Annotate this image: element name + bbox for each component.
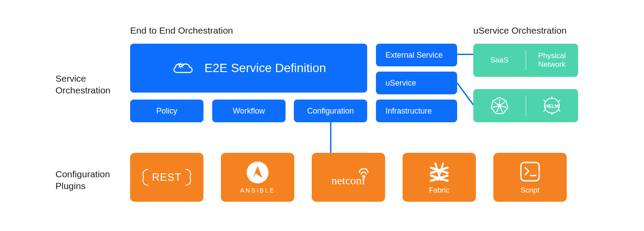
physical-network-label: Physical Network	[538, 52, 566, 69]
svg-text:REST: REST	[152, 171, 182, 183]
physical-network-cell: Physical Network	[526, 52, 579, 69]
fabric-label: Fabric	[429, 186, 449, 195]
rest-icon: REST	[138, 164, 195, 190]
ansible-icon	[246, 161, 269, 184]
connector-uservice-to-helm	[457, 82, 475, 108]
header-e2e: End to End Orchestration	[130, 25, 233, 36]
workflow-label: Workflow	[233, 107, 265, 116]
svg-line-9	[494, 102, 499, 106]
configuration-box: Configuration	[294, 100, 367, 122]
svg-line-13	[558, 100, 560, 102]
external-service-box: External Service	[376, 44, 457, 66]
uservice-box: uService	[376, 72, 457, 94]
section-service-orchestration: Service Orchestration	[55, 72, 110, 97]
k8s-helm-box: HELM	[473, 89, 578, 122]
plugin-netconf: netconf	[312, 153, 385, 202]
section-configuration-plugins: Configuration Plugins	[55, 168, 110, 192]
svg-line-14	[544, 110, 545, 111]
infrastructure-label: Infrastructure	[386, 107, 432, 116]
svg-line-4	[499, 102, 505, 106]
svg-rect-27	[521, 162, 539, 181]
svg-line-16	[457, 83, 473, 105]
infrastructure-box: Infrastructure	[376, 100, 457, 122]
e2e-service-definition-box: E2E Service Definition	[130, 44, 367, 93]
cloud-gear-icon	[171, 59, 196, 77]
policy-box: Policy	[130, 100, 203, 122]
ansible-label: ANSIBLE	[240, 187, 275, 194]
script-icon	[518, 160, 542, 183]
e2e-service-definition-label: E2E Service Definition	[204, 61, 326, 75]
header-uservice: uService Orchestration	[473, 25, 567, 36]
policy-label: Policy	[156, 107, 177, 116]
uservice-label: uService	[386, 79, 416, 88]
script-label: Script	[520, 186, 539, 195]
helm-cell: HELM	[526, 96, 579, 116]
svg-line-15	[558, 110, 560, 111]
helm-text: HELM	[545, 103, 559, 109]
plugin-script: Script	[493, 153, 567, 202]
saas-label: SaaS	[490, 56, 509, 65]
plugin-rest: REST	[130, 153, 203, 202]
plugin-fabric: Fabric	[403, 153, 476, 202]
configuration-label: Configuration	[307, 107, 354, 116]
svg-line-12	[544, 100, 545, 102]
netconf-icon: netconf	[318, 165, 379, 190]
workflow-box: Workflow	[212, 100, 286, 122]
saas-cell: SaaS	[473, 56, 526, 65]
kubernetes-cell	[473, 96, 526, 116]
external-service-label: External Service	[386, 51, 443, 60]
connector-external-to-saas	[457, 54, 473, 55]
svg-point-0	[179, 64, 182, 67]
fabric-icon	[427, 160, 451, 183]
helm-icon: HELM	[539, 96, 565, 116]
connector-config-to-plugins	[330, 122, 331, 153]
svg-text:netconf: netconf	[331, 174, 365, 187]
saas-physical-network-box: SaaS Physical Network	[473, 44, 578, 77]
kubernetes-icon	[489, 96, 510, 116]
plugin-ansible: ANSIBLE	[221, 153, 294, 202]
